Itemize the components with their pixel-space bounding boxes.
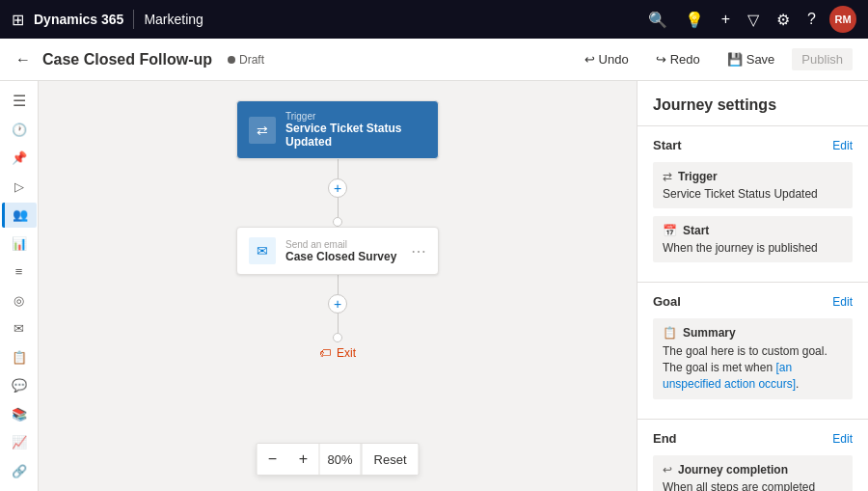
sidebar-item-chat[interactable]: 💬 bbox=[2, 373, 37, 398]
undo-label: Undo bbox=[599, 52, 629, 67]
panel-goal-card: 📋 Summary The goal here is to custom goa… bbox=[653, 318, 853, 399]
connector-1: + bbox=[328, 159, 347, 227]
end-card-label: Journey completion bbox=[678, 463, 788, 477]
panel-section-end-header: End Edit bbox=[653, 431, 853, 446]
module-name: Marketing bbox=[144, 12, 203, 27]
connector-line-1 bbox=[338, 159, 339, 178]
panel-start-edit-link[interactable]: Edit bbox=[832, 139, 853, 152]
panel-goal-edit-link[interactable]: Edit bbox=[832, 295, 853, 309]
filter-icon[interactable]: ▽ bbox=[747, 11, 759, 29]
add-node-button-2[interactable]: + bbox=[328, 294, 347, 314]
connector-line-4 bbox=[338, 314, 339, 333]
undo-icon: ↩ bbox=[584, 52, 595, 67]
save-label: Save bbox=[746, 52, 775, 67]
sidebar-item-contacts[interactable]: 👥 bbox=[2, 203, 37, 228]
publish-button[interactable]: Publish bbox=[792, 48, 853, 70]
email-node[interactable]: ✉ Send an email Case Closed Survey ⋯ bbox=[236, 227, 439, 275]
apps-grid-icon[interactable]: ⊞ bbox=[12, 11, 24, 29]
zoom-reset-button[interactable]: Reset bbox=[362, 444, 419, 475]
sidebar-item-segments[interactable]: ◎ bbox=[2, 288, 37, 314]
trigger-card-value: Service Ticket Status Updated bbox=[663, 187, 843, 201]
panel-section-goal-header: Goal Edit bbox=[653, 294, 853, 309]
panel-section-start-header: Start Edit bbox=[653, 138, 853, 152]
sidebar-item-recent[interactable]: 🕐 bbox=[2, 118, 37, 143]
add-icon[interactable]: + bbox=[721, 11, 730, 28]
trigger-node-label: Trigger bbox=[285, 111, 426, 122]
trigger-card-label: Trigger bbox=[678, 170, 718, 183]
sidebar-item-analytics[interactable]: 📊 bbox=[2, 232, 37, 257]
status-label: Draft bbox=[239, 53, 264, 67]
zoom-level: 80% bbox=[319, 444, 362, 475]
sidebar-item-menu[interactable]: ☰ bbox=[2, 89, 37, 114]
connector-circle-1 bbox=[333, 217, 342, 227]
exit-label: Exit bbox=[337, 346, 356, 360]
zoom-out-button[interactable]: − bbox=[258, 444, 288, 475]
dynamics-logo: Dynamics 365 bbox=[34, 12, 123, 27]
topbar-logo: Dynamics 365 bbox=[34, 12, 123, 27]
trigger-node[interactable]: ⇄ Trigger Service Ticket Status Updated bbox=[236, 100, 439, 159]
search-icon[interactable]: 🔍 bbox=[648, 11, 667, 29]
add-node-button-1[interactable]: + bbox=[328, 178, 347, 198]
sidebar-item-email[interactable]: ✉ bbox=[2, 316, 37, 341]
sidebar-item-list[interactable]: ≡ bbox=[2, 259, 37, 285]
user-avatar[interactable]: RM bbox=[829, 6, 856, 33]
panel-end-edit-link[interactable]: Edit bbox=[832, 432, 853, 446]
email-node-icon: ✉ bbox=[249, 237, 276, 264]
panel-section-start: Start Edit ⇄ Trigger Service Ticket Stat… bbox=[637, 126, 868, 283]
exit-node: 🏷 Exit bbox=[319, 346, 356, 360]
publish-label: Publish bbox=[801, 52, 843, 67]
goal-link[interactable]: [an unspecified action occurs] bbox=[663, 361, 796, 391]
sidebar-item-integrations[interactable]: 🔗 bbox=[2, 459, 37, 484]
journey-nodes: ⇄ Trigger Service Ticket Status Updated … bbox=[39, 81, 637, 452]
connector-line-3 bbox=[338, 275, 339, 294]
right-panel: Journey settings Start Edit ⇄ Trigger Se… bbox=[637, 81, 868, 491]
main-layout: ☰ 🕐 📌 ▷ 👥 📊 ≡ ◎ ✉ 📋 💬 📚 📈 🔗 ⇄ Trigger Se… bbox=[0, 81, 868, 491]
journey-status: Draft bbox=[228, 53, 264, 67]
start-card-icon: 📅 bbox=[663, 224, 677, 237]
email-node-menu-icon[interactable]: ⋯ bbox=[411, 242, 426, 260]
end-card-value: When all steps are completed bbox=[663, 480, 843, 491]
lightbulb-icon[interactable]: 💡 bbox=[685, 11, 704, 29]
trigger-card-icon: ⇄ bbox=[663, 170, 672, 183]
topbar-divider bbox=[133, 10, 134, 29]
sidebar-item-reports[interactable]: 📈 bbox=[2, 430, 37, 455]
panel-trigger-card: ⇄ Trigger Service Ticket Status Updated bbox=[653, 162, 853, 208]
redo-icon: ↪ bbox=[656, 52, 666, 67]
sidebar-item-forms[interactable]: 📋 bbox=[2, 345, 37, 370]
exit-icon: 🏷 bbox=[319, 346, 331, 360]
save-icon: 💾 bbox=[727, 52, 743, 67]
help-icon[interactable]: ? bbox=[807, 11, 816, 28]
journey-title: Case Closed Follow-up bbox=[42, 51, 212, 68]
panel-section-goal-title: Goal bbox=[653, 294, 681, 309]
sidebar-item-library[interactable]: 📚 bbox=[2, 402, 37, 427]
undo-button[interactable]: ↩ Undo bbox=[575, 48, 638, 70]
panel-section-start-title: Start bbox=[653, 138, 682, 152]
panel-end-card-row: ↩ Journey completion bbox=[663, 463, 843, 477]
status-dot-icon bbox=[228, 56, 235, 64]
redo-label: Redo bbox=[670, 52, 700, 67]
panel-start-card-row: 📅 Start bbox=[663, 224, 843, 237]
topbar: ⊞ Dynamics 365 Marketing 🔍 💡 + ▽ ⚙ ? RM bbox=[0, 0, 868, 39]
email-node-title: Case Closed Survey bbox=[285, 250, 401, 263]
save-button[interactable]: 💾 Save bbox=[718, 48, 785, 70]
journey-canvas: ⇄ Trigger Service Ticket Status Updated … bbox=[39, 81, 637, 491]
back-button[interactable]: ← bbox=[15, 51, 31, 68]
trigger-node-title: Service Ticket Status Updated bbox=[285, 122, 426, 149]
panel-trigger-card-row: ⇄ Trigger bbox=[663, 170, 843, 183]
trigger-node-icon: ⇄ bbox=[249, 117, 276, 144]
settings-icon[interactable]: ⚙ bbox=[776, 11, 790, 29]
panel-start-card: 📅 Start When the journey is published bbox=[653, 216, 853, 262]
panel-section-end: End Edit ↩ Journey completion When all s… bbox=[637, 420, 868, 491]
zoom-in-button[interactable]: + bbox=[288, 444, 319, 475]
redo-button[interactable]: ↪ Redo bbox=[646, 48, 710, 70]
sidebar-item-play[interactable]: ▷ bbox=[2, 175, 37, 200]
panel-goal-card-row: 📋 Summary bbox=[663, 326, 843, 340]
goal-card-icon: 📋 bbox=[663, 326, 677, 340]
connector-circle-2 bbox=[333, 333, 342, 342]
start-card-value: When the journey is published bbox=[663, 241, 843, 255]
commandbar: ← Case Closed Follow-up Draft ↩ Undo ↪ R… bbox=[0, 39, 868, 81]
goal-card-value: The goal here is to custom goal. The goa… bbox=[663, 343, 843, 392]
zoom-controls: − + 80% Reset bbox=[257, 443, 420, 476]
sidebar: ☰ 🕐 📌 ▷ 👥 📊 ≡ ◎ ✉ 📋 💬 📚 📈 🔗 bbox=[0, 81, 39, 491]
sidebar-item-pinned[interactable]: 📌 bbox=[2, 146, 37, 171]
